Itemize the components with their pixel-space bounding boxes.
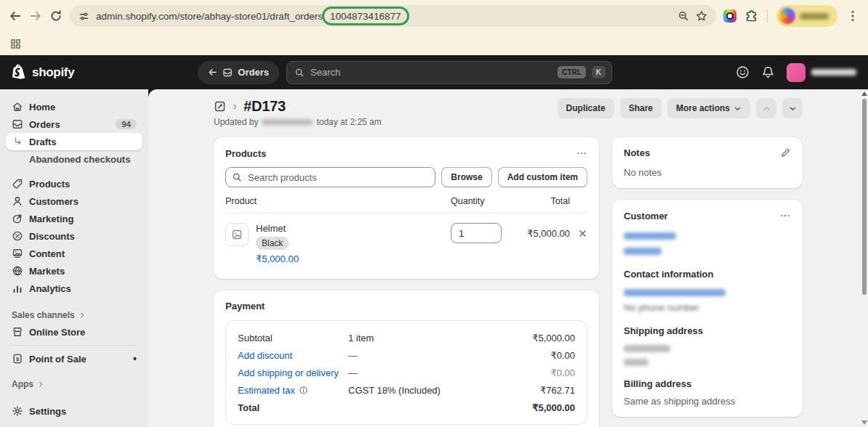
sidebar-item-markets[interactable]: Markets	[6, 262, 142, 280]
store-account-chip[interactable]	[787, 63, 856, 82]
updated-status: Updated by today at 2:25 am	[214, 117, 382, 127]
orders-icon	[222, 68, 233, 78]
apps-grid-icon[interactable]	[10, 38, 21, 49]
apps-section[interactable]: Apps	[6, 376, 142, 392]
updated-prefix: Updated by	[214, 117, 258, 127]
back-to-orders-button[interactable]: Orders	[198, 61, 279, 84]
shipping-detail: —	[348, 367, 550, 378]
discount-detail: —	[348, 350, 550, 361]
site-settings-icon[interactable]	[79, 11, 89, 22]
sidekick-assistant-icon[interactable]	[736, 65, 750, 79]
extensions-puzzle-icon[interactable]	[745, 9, 758, 23]
contact-information-heading: Contact information	[624, 269, 791, 280]
previous-order-button[interactable]	[756, 98, 776, 118]
sidebar-item-abandoned-checkouts[interactable]: Abandoned checkouts	[6, 150, 142, 168]
column-quantity: Quantity	[451, 196, 510, 206]
home-icon	[12, 101, 23, 113]
draft-order-icon	[214, 100, 226, 113]
sales-channels-section[interactable]: Sales channels	[6, 307, 142, 323]
share-button[interactable]: Share	[620, 98, 662, 118]
scrollbar-up-arrow[interactable]	[861, 92, 867, 96]
sidebar-item-analytics[interactable]: Analytics	[6, 280, 142, 297]
products-menu-kebab-icon[interactable]	[576, 147, 587, 159]
sidebar-item-customers[interactable]: Customers	[6, 192, 142, 210]
row-total: ₹5,000.00	[510, 223, 570, 239]
info-icon[interactable]	[299, 386, 308, 395]
customer-menu-kebab-icon[interactable]	[779, 210, 791, 221]
sidebar-item-drafts[interactable]: Drafts	[6, 133, 142, 150]
sidebar-item-products[interactable]: Products	[6, 175, 142, 192]
url-highlight-text: 1004873416877	[330, 11, 401, 22]
close-icon	[578, 229, 587, 238]
duplicate-button[interactable]: Duplicate	[558, 98, 614, 118]
image-icon	[231, 229, 243, 240]
browser-toolbar: admin.shopify.com/store/abhay-store01/dr…	[0, 0, 868, 32]
table-row: Helmet Black ₹5,000.00 ₹5,000.00	[225, 214, 587, 269]
url-prefix: admin.shopify.com/store/abhay-store01/dr…	[96, 11, 323, 22]
global-search[interactable]: CTRL K	[286, 61, 612, 84]
shopify-logo[interactable]: shopify	[12, 64, 74, 81]
payment-summary-box: Subtotal 1 item ₹5,000.00 Add discount —…	[225, 320, 587, 425]
customer-name-link-redacted[interactable]	[624, 232, 676, 240]
sidebar-item-point-of-sale[interactable]: $ Point of Sale •	[6, 350, 142, 367]
scrollbar-thumb[interactable]	[862, 99, 867, 295]
sidebar-item-orders[interactable]: Orders 94	[6, 115, 142, 133]
zoom-page-icon[interactable]	[678, 10, 689, 22]
chevron-down-icon	[734, 105, 742, 113]
extension-lens-icon[interactable]	[723, 9, 736, 23]
bookmark-star-icon[interactable]	[696, 10, 707, 22]
sidebar-item-discounts[interactable]: Discounts	[6, 227, 142, 245]
estimated-tax-link[interactable]: Estimated tax	[238, 385, 348, 396]
tax-row: Estimated tax CGST 18% (Included) ₹762.7…	[238, 381, 575, 399]
edit-pencil-icon[interactable]	[780, 147, 791, 158]
add-custom-item-label: Add custom item	[507, 172, 578, 182]
sidebar-item-label: Analytics	[29, 283, 71, 294]
sidebar-item-online-store[interactable]: Online Store	[6, 323, 142, 341]
browser-menu-kebab-icon[interactable]	[846, 9, 859, 23]
search-products-input[interactable]	[225, 167, 435, 187]
next-order-button[interactable]	[782, 98, 803, 118]
analytics-bars-icon	[12, 282, 23, 294]
sidebar-item-label: Drafts	[29, 137, 57, 147]
browse-button[interactable]: Browse	[441, 167, 491, 187]
share-label: Share	[629, 103, 653, 113]
shipping-name-redacted	[624, 345, 670, 352]
updated-suffix: today at 2:25 am	[316, 117, 381, 127]
add-discount-link[interactable]: Add discount	[238, 350, 348, 361]
remove-item-button[interactable]	[570, 223, 587, 238]
notifications-bell-icon[interactable]	[761, 65, 775, 79]
browser-reload-icon[interactable]	[49, 9, 63, 23]
scrollbar-down-arrow[interactable]	[861, 420, 867, 425]
discounts-icon	[12, 230, 23, 242]
sidebar-item-marketing[interactable]: Marketing	[6, 210, 142, 227]
online-store-icon	[12, 326, 23, 338]
discount-row: Add discount — ₹0.00	[238, 346, 575, 364]
profile-name-redacted	[800, 13, 829, 20]
global-search-input[interactable]	[310, 67, 552, 78]
sidebar-item-home[interactable]: Home	[6, 98, 142, 115]
payment-card-title: Payment	[225, 301, 265, 312]
browser-profile-chip[interactable]	[776, 5, 837, 27]
browser-forward-icon[interactable]	[29, 9, 42, 23]
sidebar-item-content[interactable]: Content	[6, 245, 142, 262]
product-price-link[interactable]: ₹5,000.00	[256, 253, 299, 264]
customer-card: Customer Contact information No phone nu…	[612, 200, 803, 417]
sidebar-item-label: Online Store	[29, 327, 85, 338]
sidebar-item-label: Products	[29, 179, 70, 190]
quantity-input[interactable]	[451, 223, 502, 243]
products-card: Products Browse Add custom item	[214, 137, 599, 279]
more-actions-button[interactable]: More actions	[667, 98, 750, 118]
sidebar-item-settings[interactable]: Settings	[6, 402, 142, 420]
page-scrollbar[interactable]	[861, 89, 867, 427]
add-custom-item-button[interactable]: Add custom item	[498, 167, 587, 187]
sidebar-item-label: Home	[29, 102, 55, 113]
address-bar[interactable]: admin.shopify.com/store/abhay-store01/dr…	[70, 5, 716, 27]
sidebar-item-label: Marketing	[29, 214, 73, 224]
customer-email-link-redacted[interactable]	[624, 289, 726, 296]
customer-orders-link-redacted[interactable]	[624, 248, 662, 255]
tax-detail: CGST 18% (Included)	[348, 385, 540, 396]
browser-back-icon[interactable]	[9, 9, 22, 23]
product-name-link[interactable]: Helmet	[256, 223, 299, 234]
browse-label: Browse	[451, 172, 482, 182]
add-shipping-link[interactable]: Add shipping or delivery	[238, 367, 348, 378]
